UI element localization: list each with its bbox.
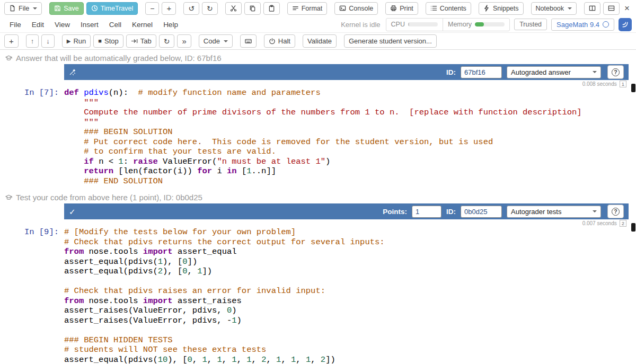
console-icon (339, 5, 346, 12)
cut-icon (230, 5, 237, 12)
insert-cell-button[interactable]: + (4, 34, 19, 48)
font-increase-button[interactable]: + (162, 2, 176, 15)
plus-icon: + (166, 4, 171, 12)
menu-view[interactable]: View (49, 19, 75, 31)
memory-bar (475, 22, 505, 26)
paste-button[interactable] (263, 2, 280, 15)
check-icon: ✓ (69, 208, 76, 216)
cell-grade-type-select[interactable]: Autograder tests (507, 206, 601, 218)
points-label: Points: (383, 208, 407, 216)
run-cell-button[interactable]: ▶Run (62, 34, 91, 48)
kernel-name: SageMath 9.4 (556, 21, 599, 29)
resource-meters: CPU Memory (386, 18, 510, 31)
close-frame-button[interactable]: × (622, 2, 632, 15)
timetravel-button[interactable]: TimeTravel (86, 2, 138, 15)
menu-file[interactable]: File (4, 19, 26, 31)
nbgrader-cell-header: ✓Points:ID:Autograder tests? (64, 203, 629, 219)
font-decrease-button[interactable]: − (145, 2, 159, 15)
redo-icon: ↻ (207, 5, 213, 12)
move-cell-down-button[interactable]: ↓ (41, 34, 55, 48)
cell-edge-handle (631, 84, 635, 92)
help-button[interactable]: ? (607, 205, 624, 218)
generate-student-version-button[interactable]: Generate student version... (344, 34, 437, 48)
nbgrader-heading-text: Answer that will be automatically graded… (16, 54, 222, 63)
redo-button[interactable]: ↻ (202, 2, 218, 15)
print-button[interactable]: Print (385, 2, 418, 15)
halt-button[interactable]: Halt (264, 34, 295, 48)
copy-icon (249, 5, 256, 12)
menu-edit[interactable]: Edit (26, 19, 49, 31)
titlebar: FileSaveTimeTravel−+↺↻FormatConsolePrint… (0, 0, 636, 16)
tab-icon (131, 38, 138, 45)
split-frame-row-button[interactable] (603, 2, 620, 15)
save-button[interactable]: Save (49, 2, 84, 15)
question-icon: ? (612, 208, 620, 216)
status-area: Kernel is idle CPU Memory Trusted SageMa… (341, 18, 632, 31)
file-menu-label: File (19, 5, 29, 12)
menu-cell[interactable]: Cell (104, 19, 127, 31)
format-button[interactable]: Format (287, 2, 328, 15)
trusted-badge[interactable]: Trusted (514, 19, 547, 30)
save-icon (54, 5, 61, 12)
id-input[interactable] (461, 66, 502, 78)
console-button[interactable]: Console (334, 2, 378, 15)
points-input[interactable] (412, 206, 441, 218)
split-frame-col-button[interactable] (584, 2, 600, 15)
question-icon: ? (612, 68, 620, 76)
arrow-down-icon: ↓ (46, 38, 50, 45)
execution-time: 0.007 seconds (582, 220, 617, 226)
undo-icon: ↺ (188, 5, 195, 12)
menu-kernel[interactable]: Kernel (127, 19, 158, 31)
paste-icon (268, 5, 275, 12)
run-icon: ▶ (67, 39, 71, 44)
cpu-label: CPU (391, 21, 405, 28)
tab-complete-button[interactable]: Tab (126, 34, 156, 48)
generate-student-version-label: Generate student version... (349, 37, 432, 45)
keyboard-shortcuts-button[interactable] (240, 34, 257, 48)
cell-grade-type-select[interactable]: Autograded answer (507, 66, 601, 78)
code-editor[interactable]: def pdivs(n): # modify function name and… (64, 88, 636, 186)
chevron-down-icon (593, 71, 597, 73)
cell-timing-row: 0.007 seconds2 (0, 219, 636, 227)
chevron-down-icon (33, 7, 37, 10)
code-cell[interactable]: In [9]:# [Modify the tests below for you… (0, 227, 636, 364)
format-label: Format (302, 5, 323, 12)
restart-kernel-button[interactable]: ↻ (159, 34, 175, 48)
validate-label: Validate (307, 37, 332, 45)
copy-button[interactable] (244, 2, 261, 15)
cell-type-button[interactable]: Code (199, 34, 233, 48)
kernel-select-button[interactable]: SageMath 9.4 (551, 19, 614, 31)
menu-insert[interactable]: Insert (75, 19, 104, 31)
move-cell-up-button[interactable]: ↑ (26, 34, 39, 48)
validate-button[interactable]: Validate (303, 34, 337, 48)
cell-number-badge: 2 (620, 220, 626, 227)
id-input[interactable] (461, 206, 502, 218)
id-label: ID: (446, 208, 456, 216)
help-button[interactable]: ? (607, 65, 624, 79)
notebook-menu-button[interactable]: Notebook (531, 2, 577, 15)
chevron-down-icon (224, 40, 228, 42)
snippets-button[interactable]: Snippets (479, 2, 524, 15)
run-all-below-button[interactable]: » (177, 34, 191, 48)
execution-time: 0.008 seconds (582, 81, 617, 87)
code-editor[interactable]: # [Modify the tests below for your own p… (64, 227, 636, 364)
undo-button[interactable]: ↺ (183, 2, 199, 15)
halt-label: Halt (278, 37, 290, 45)
print-icon (390, 5, 397, 12)
contents-button[interactable]: Contents (426, 2, 471, 15)
snippets-icon (483, 5, 490, 12)
input-prompt: In [9]: (0, 227, 64, 364)
stop-button[interactable]: ■Stop (93, 34, 123, 48)
file-menu-button[interactable]: File (4, 2, 42, 15)
kernel-status-text: Kernel is idle (341, 21, 380, 29)
contents-label: Contents (440, 5, 466, 12)
cut-button[interactable] (225, 2, 242, 15)
timetravel-label: TimeTravel (101, 5, 134, 12)
format-icon (292, 5, 299, 12)
cpu-bar-fill (408, 22, 409, 26)
stop-icon: ■ (98, 38, 102, 44)
menu-help[interactable]: Help (158, 19, 183, 31)
code-cell[interactable]: In [7]:def pdivs(n): # modify function n… (0, 88, 636, 186)
cap-icon (5, 194, 12, 201)
arrow-up-icon: ↑ (31, 38, 34, 45)
